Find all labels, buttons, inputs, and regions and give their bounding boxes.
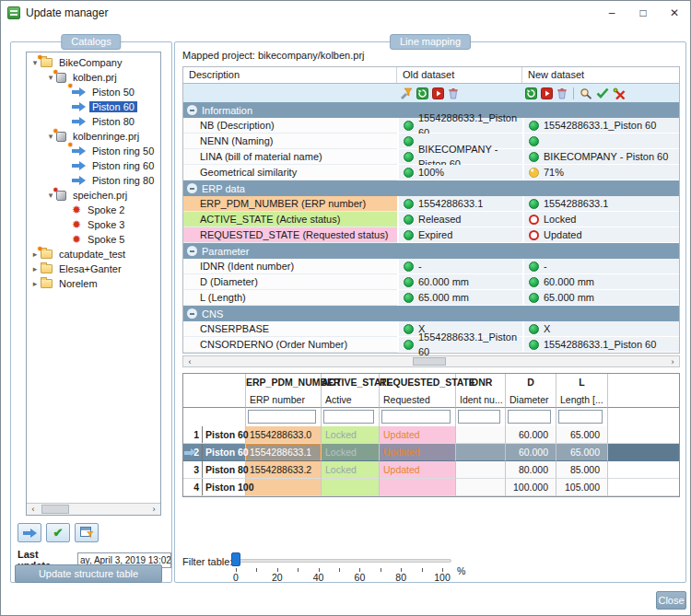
- scroll-left-icon[interactable]: ‹: [27, 504, 40, 515]
- accept-mapping-button[interactable]: ✔: [46, 523, 70, 542]
- tree-item-piston-ring-50[interactable]: ✹Piston ring 50: [27, 144, 160, 158]
- refresh-icon[interactable]: [416, 87, 428, 99]
- collapse-icon[interactable]: [187, 105, 197, 115]
- table-cell: [456, 479, 506, 496]
- scroll-thumb[interactable]: [413, 357, 446, 366]
- refresh-icon[interactable]: [525, 87, 537, 99]
- mapping-row[interactable]: D (Diameter)60.000 mm60.000 mm: [183, 274, 679, 290]
- filter-input[interactable]: [508, 410, 551, 424]
- filter-input[interactable]: [323, 410, 374, 424]
- tree-item-spoke-5[interactable]: ✹Spoke 5: [27, 232, 160, 247]
- tree-item-spoke-3[interactable]: ✹Spoke 3: [27, 217, 160, 232]
- column-title[interactable]: ERP_PDM_NUMBER: [246, 374, 322, 391]
- filter-slider-thumb[interactable]: [231, 552, 240, 566]
- mapping-row[interactable]: ACTIVE_STATE (Active status)ReleasedLock…: [183, 212, 679, 227]
- scroll-right-icon[interactable]: ›: [666, 356, 679, 366]
- close-button[interactable]: Close: [656, 591, 686, 610]
- modified-badge-icon: ✹: [53, 128, 59, 135]
- tree-horizontal-scrollbar[interactable]: ‹ ›: [27, 503, 160, 515]
- tree-item-piston-ring-60[interactable]: Piston ring 60: [27, 158, 160, 173]
- table-cell: 60.000: [506, 444, 556, 461]
- mapping-horizontal-scrollbar[interactable]: ‹ ›: [182, 355, 680, 367]
- tree-item-bikecompany[interactable]: ▾✹BikeCompany: [27, 55, 160, 70]
- table-row[interactable]: 2Piston 601554288633.1LockedUpdated60.00…: [183, 444, 679, 461]
- line-mapping-panel-label: Line mapping: [390, 34, 471, 50]
- mapping-row[interactable]: Geometrical similarity100%71%: [183, 165, 679, 180]
- filter-input[interactable]: [248, 410, 316, 424]
- collapse-icon[interactable]: [187, 183, 197, 193]
- tree-item-label: kolben.prj: [70, 72, 120, 83]
- filter-input[interactable]: [381, 410, 451, 424]
- tree-item-piston-60[interactable]: Piston 60: [27, 99, 160, 114]
- table-cell: 1554288633.0: [246, 426, 322, 444]
- mapping-row[interactable]: CNSORDERNO (Order Number)1554288633.1_Pi…: [183, 337, 679, 353]
- table-row[interactable]: 4Piston 100100.000105.000: [183, 479, 679, 496]
- tree-item-elesa-ganter[interactable]: ▸Elesa+Ganter: [27, 262, 160, 276]
- column-title[interactable]: D: [506, 374, 556, 391]
- filter-input[interactable]: [558, 410, 603, 424]
- filter-input[interactable]: [458, 410, 500, 424]
- search-icon[interactable]: [580, 87, 592, 99]
- section-header[interactable]: CNS: [183, 306, 679, 321]
- row-description: REQUESTED_STATE (Requested status): [183, 227, 397, 243]
- scroll-thumb[interactable]: [41, 505, 69, 514]
- collapse-icon[interactable]: [187, 308, 197, 319]
- section-header[interactable]: Parameter: [183, 243, 679, 259]
- tree-item-piston-80[interactable]: Piston 80: [27, 114, 160, 129]
- mapping-row[interactable]: ERP_PDM_NUMBER (ERP number)1554288633.11…: [183, 196, 679, 212]
- column-title[interactable]: IDNR: [456, 374, 506, 391]
- column-subtitle: Length [...: [556, 391, 608, 408]
- structure-filter-button[interactable]: [75, 523, 99, 542]
- filter-slider-track[interactable]: [235, 559, 451, 563]
- old-value-cell: BIKECOMPANY - Piston 60: [397, 149, 522, 165]
- tree-item-label: Piston ring 50: [89, 145, 157, 157]
- trash-icon[interactable]: [556, 87, 568, 99]
- table-cell: Locked: [322, 444, 380, 461]
- table-row[interactable]: 3Piston 801554288633.2LockedUpdated80.00…: [183, 461, 679, 479]
- chevron-right-icon[interactable]: ▸: [29, 264, 41, 273]
- table-cell: Updated: [380, 461, 456, 479]
- table-cell: [380, 479, 456, 496]
- mapping-row[interactable]: IDNR (Ident number)--: [183, 259, 679, 274]
- run-icon[interactable]: [432, 87, 444, 99]
- tree-item-kolbenringe-prj[interactable]: ▾✹kolbenringe.prj: [27, 129, 160, 144]
- percent-label: %: [457, 565, 465, 576]
- tree-item-spoke-2[interactable]: ✹Spoke 2: [27, 203, 160, 217]
- close-window-button[interactable]: ✕: [659, 1, 690, 25]
- reject-icon[interactable]: [613, 87, 626, 99]
- tree-item-catupdate-test[interactable]: ▸✹catupdate_test: [27, 247, 160, 262]
- mapping-row[interactable]: LINA (bill of material name)BIKECOMPANY …: [183, 149, 679, 165]
- mapping-row[interactable]: NB (Description)1554288633.1_Piston 6015…: [183, 118, 679, 134]
- filter-magnet-icon[interactable]: [400, 87, 413, 99]
- minimize-button[interactable]: –: [596, 1, 627, 25]
- accept-icon[interactable]: [596, 87, 609, 99]
- section-header[interactable]: ERP data: [183, 180, 679, 196]
- column-title[interactable]: L: [556, 374, 608, 391]
- tree-item-speichen-prj[interactable]: ▾✹speichen.prj: [27, 188, 160, 203]
- maximize-button[interactable]: □: [627, 1, 659, 25]
- status-green-icon: [529, 121, 539, 131]
- tree-item-label: Elesa+Ganter: [56, 263, 124, 274]
- update-structure-table-button[interactable]: Update structure table: [15, 564, 162, 583]
- row-description: CNSORDERNO (Order Number): [183, 337, 397, 353]
- status-yellow-icon: [529, 168, 539, 178]
- status-green-icon: [404, 215, 414, 225]
- mapping-row[interactable]: REQUESTED_STATE (Requested status)Expire…: [183, 227, 679, 243]
- scroll-left-icon[interactable]: ‹: [183, 356, 196, 366]
- column-title[interactable]: REQUESTED_STATE: [380, 374, 456, 391]
- tree-item-kolben-prj[interactable]: ▾✹kolben.prj: [27, 70, 160, 85]
- table-cell: [246, 479, 322, 496]
- column-title[interactable]: ACTIVE_STATE: [322, 374, 380, 391]
- chevron-right-icon[interactable]: ▸: [29, 279, 41, 288]
- map-arrow-button[interactable]: [18, 523, 41, 542]
- collapse-icon[interactable]: [187, 246, 197, 256]
- trash-icon[interactable]: [448, 87, 459, 99]
- table-row[interactable]: 1Piston 601554288633.0LockedUpdated60.00…: [183, 426, 679, 444]
- run-icon[interactable]: [541, 87, 553, 99]
- tree-item-norelem[interactable]: ▸Norelem: [27, 276, 160, 291]
- tree-item-piston-ring-80[interactable]: Piston ring 80: [27, 173, 160, 188]
- scroll-right-icon[interactable]: ›: [147, 504, 160, 515]
- mapping-row[interactable]: L (Length)65.000 mm65.000 mm: [183, 290, 679, 306]
- old-value-cell: 1554288633.1: [397, 196, 522, 212]
- tree-item-piston-50[interactable]: ✹Piston 50: [27, 85, 160, 99]
